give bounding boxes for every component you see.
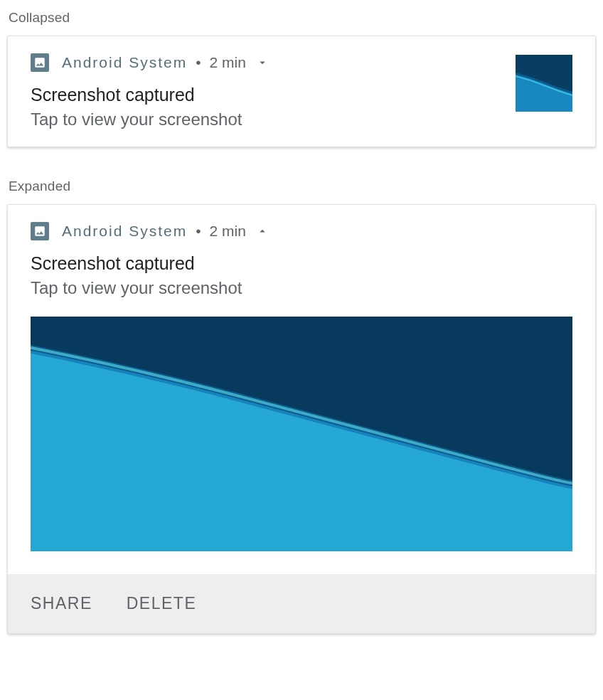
notification-card-collapsed[interactable]: Android System • 2 min Screenshot captur… bbox=[7, 36, 596, 147]
notification-title: Screenshot captured bbox=[31, 85, 498, 105]
timestamp: 2 min bbox=[210, 54, 246, 71]
chevron-up-icon[interactable] bbox=[256, 225, 269, 238]
app-name: Android System bbox=[62, 223, 187, 240]
image-icon bbox=[31, 222, 49, 240]
notification-body: Screenshot captured Tap to view your scr… bbox=[31, 253, 572, 298]
notification-body: Screenshot captured Tap to view your scr… bbox=[31, 85, 572, 129]
notification-header: Android System • 2 min bbox=[31, 222, 572, 240]
timestamp: 2 min bbox=[210, 223, 246, 240]
chevron-down-icon[interactable] bbox=[256, 56, 269, 69]
notification-text: Screenshot captured Tap to view your scr… bbox=[31, 85, 498, 129]
separator: • bbox=[196, 223, 201, 240]
notification-card-expanded[interactable]: Android System • 2 min Screenshot captur… bbox=[7, 204, 596, 634]
action-bar: SHARE DELETE bbox=[8, 574, 595, 633]
section-label-expanded: Expanded bbox=[7, 179, 596, 194]
image-icon bbox=[31, 53, 49, 72]
notification-subtitle: Tap to view your screenshot bbox=[31, 110, 498, 129]
notification-subtitle: Tap to view your screenshot bbox=[31, 278, 572, 298]
notification-text: Screenshot captured Tap to view your scr… bbox=[31, 253, 572, 298]
share-button[interactable]: SHARE bbox=[31, 594, 92, 613]
delete-button[interactable]: DELETE bbox=[127, 594, 196, 613]
screenshot-large-image bbox=[31, 317, 572, 551]
section-label-collapsed: Collapsed bbox=[7, 10, 596, 26]
notification-header: Android System • 2 min bbox=[31, 53, 572, 72]
screenshot-thumbnail bbox=[516, 55, 572, 112]
app-name: Android System bbox=[62, 54, 187, 71]
separator: • bbox=[196, 54, 201, 71]
notification-title: Screenshot captured bbox=[31, 253, 572, 274]
